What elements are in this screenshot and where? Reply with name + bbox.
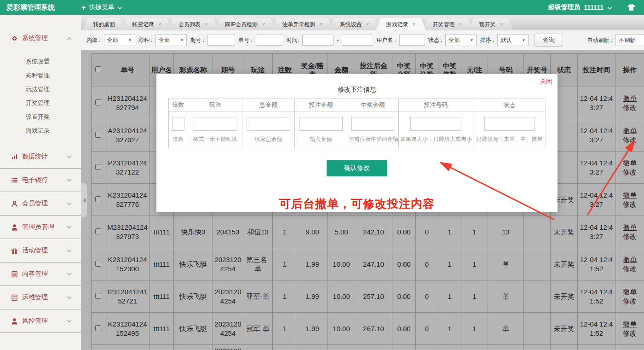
tab-close-icon[interactable]: × <box>412 18 415 30</box>
tab-close-icon[interactable]: × <box>500 18 503 30</box>
confirm-modify-button[interactable]: 确认修改 <box>327 160 387 176</box>
dropdown-arrow-icon: ▼ <box>522 38 525 42</box>
time-separator: - <box>337 37 339 43</box>
column-header: 中奖金额 <box>347 99 399 111</box>
chevron-up-icon <box>67 37 72 40</box>
sidebar-subitem-lottery-management[interactable]: 彩种管理 <box>0 69 81 82</box>
username-input[interactable] <box>399 35 425 46</box>
dropdown-arrow-icon: ▼ <box>128 38 132 42</box>
tab-my-desktop[interactable]: 我的桌面 <box>83 18 125 30</box>
tab-system-settings[interactable]: 系统设置× <box>329 18 379 30</box>
column-header: 玩法 <box>188 99 242 111</box>
tab-close-icon[interactable]: × <box>205 18 208 30</box>
sidebar-item-data-statistics[interactable]: 数据统计 <box>0 145 81 169</box>
sidebar-item-activity-management[interactable]: 活动管理 <box>0 239 81 262</box>
close-link[interactable]: 关闭 <box>540 77 552 86</box>
chevron-down-icon <box>67 179 72 182</box>
field-hint: 倍数 <box>170 135 186 143</box>
multiplier-input[interactable] <box>172 117 184 131</box>
username-label: 用户名 : <box>376 36 396 44</box>
tab-abnormal-orders[interactable]: 注单异常检测× <box>272 18 333 30</box>
sidebar-item-label: 会员管理 <box>22 199 48 208</box>
sort-select[interactable]: 默认▼ <box>497 34 529 46</box>
sidebar-item-system-management[interactable]: 系统管理 <box>0 27 81 50</box>
tab-member-list[interactable]: 会员列表× <box>168 18 218 30</box>
edit-bet-form-table: 倍数 玩法 总金额 投注金额 中奖金额 投注号码 状态 倍数 格式一定不能乱填 … <box>168 99 546 148</box>
chevron-down-icon <box>67 249 72 252</box>
win-amount-input[interactable] <box>351 117 394 131</box>
field-hint: 只能填写：未中、中、撤单 <box>475 135 544 143</box>
sidebar-item-e-banking[interactable]: 电子银行 <box>0 169 81 192</box>
bank-icon <box>11 177 18 184</box>
tab-close-icon[interactable]: × <box>319 18 322 30</box>
dropdown-arrow-icon: ▼ <box>180 38 184 42</box>
query-button[interactable]: 查询 <box>535 34 563 47</box>
chevron-down-icon <box>67 155 72 158</box>
sort-label: 排序 : <box>480 36 494 44</box>
status-select[interactable]: 全部▼ <box>445 34 477 46</box>
quick-menu-label: 快捷菜单 <box>89 3 115 12</box>
sidebar-item-admin-management[interactable]: 管理员管理 <box>0 216 81 239</box>
sidebar-subitem-system-settings[interactable]: 系统设置 <box>0 55 81 69</box>
sidebar-collapse-handle[interactable] <box>81 183 87 217</box>
sidebar-item-label: 活动管理 <box>22 246 48 255</box>
gear-icon <box>11 35 18 42</box>
filter-bar: 内部 : 全部▼ 彩种 : 全部▼ 期号 : 单号 : 时间: - 用户名 : … <box>81 30 644 50</box>
tab-close-icon[interactable]: × <box>366 18 369 30</box>
time-label: 时间: <box>287 36 299 44</box>
field-hint: 当前注所中奖的金额 <box>349 135 397 143</box>
issue-input[interactable] <box>207 35 235 46</box>
gift-icon <box>11 247 18 254</box>
field-hint: 如果是大小，只能填大或者小 <box>400 135 472 143</box>
tab-draw-management[interactable]: 开奖管理× <box>422 18 472 30</box>
internal-label: 内部 : <box>86 36 101 44</box>
total-amount-input[interactable] <box>247 117 290 131</box>
field-hint: 玩家总余额 <box>244 135 293 143</box>
tab-close-icon[interactable]: × <box>262 18 265 30</box>
order-no-input[interactable] <box>256 35 283 46</box>
sidebar-item-member-management[interactable]: 会员管理 <box>0 192 81 216</box>
bet-number-input[interactable] <box>410 117 462 131</box>
column-header: 倍数 <box>169 99 188 111</box>
sidebar-subitem-game-records[interactable]: 游戏记录 <box>0 124 81 138</box>
sidebar: 系统管理 系统设置 彩种管理 玩法管理 开奖管理 设置开奖 游戏记录 数据统计 … <box>0 15 81 350</box>
internal-select[interactable]: 全部▼ <box>104 34 135 46</box>
tab-game-records[interactable]: 游戏记录× <box>376 18 426 30</box>
tab-pre-draw[interactable]: 预开奖× <box>469 18 513 30</box>
member-icon <box>11 200 18 207</box>
collapse-arrow-icon <box>83 198 86 203</box>
user-name[interactable]: 111111 <box>584 4 604 11</box>
sidebar-subitem-draw-management[interactable]: 开奖管理 <box>0 96 81 110</box>
sidebar-subitem-set-draw[interactable]: 设置开奖 <box>0 110 81 124</box>
lottery-label: 彩种 : <box>138 36 153 44</box>
play-type-input[interactable] <box>193 117 238 131</box>
sidebar-item-label: 管理员管理 <box>22 223 54 231</box>
sidebar-item-content-management[interactable]: 内容管理 <box>0 262 81 286</box>
lottery-select[interactable]: 全部▼ <box>155 34 187 46</box>
status-input[interactable] <box>484 117 535 131</box>
time-end-input[interactable] <box>342 35 373 46</box>
tab-close-icon[interactable]: × <box>158 18 161 30</box>
chevron-down-icon <box>117 4 122 11</box>
tab-close-icon[interactable]: × <box>459 18 462 30</box>
chevron-down-icon[interactable] <box>607 4 612 11</box>
sidebar-item-label: 风控管理 <box>22 317 48 325</box>
app-title: 爱彩票管理系统 <box>6 3 55 12</box>
sidebar-item-ops-management[interactable]: 运维管理 <box>0 286 81 309</box>
autorefresh-select[interactable]: 不刷新 <box>615 34 644 46</box>
edit-bet-modal: 关闭 修改下注信息 倍数 玩法 总金额 投注金额 中奖金额 投注号码 状态 倍数… <box>156 74 558 212</box>
tab-same-ip-check[interactable]: 同IP会员检测× <box>215 18 275 30</box>
sidebar-item-risk-management[interactable]: 风控管理 <box>0 309 81 333</box>
theme-tshirt-icon[interactable] <box>627 4 636 11</box>
top-bar: 爱彩票管理系统 + 快捷菜单 超级管理员 111111 <box>0 0 644 15</box>
bet-amount-input[interactable] <box>299 117 342 131</box>
time-start-input[interactable] <box>302 35 334 46</box>
column-header: 投注号码 <box>399 99 473 111</box>
sidebar-subitem-play-management[interactable]: 玩法管理 <box>0 82 81 96</box>
chevron-down-icon <box>67 296 72 299</box>
modal-title: 修改下注信息 <box>156 86 558 94</box>
quick-menu-button[interactable]: + 快捷菜单 <box>81 3 122 12</box>
sidebar-item-label: 系统管理 <box>22 34 48 42</box>
field-hint: 格式一定不能乱填 <box>190 135 241 143</box>
tab-account-changes[interactable]: 账变记录× <box>122 18 172 30</box>
